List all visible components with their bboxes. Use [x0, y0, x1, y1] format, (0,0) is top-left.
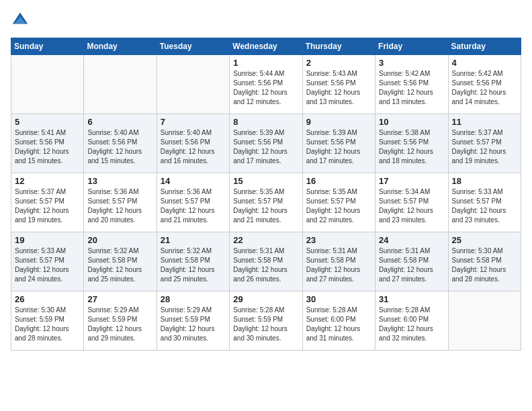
day-info: Sunrise: 5:41 AMSunset: 5:56 PMDaylight:…: [15, 128, 80, 166]
day-number: 27: [87, 294, 152, 304]
day-number: 20: [87, 235, 152, 245]
weekday-header: Wednesday: [230, 38, 302, 55]
day-info: Sunrise: 5:37 AMSunset: 5:57 PMDaylight:…: [452, 128, 517, 166]
logo: [11, 11, 32, 30]
calendar-day-cell: 25Sunrise: 5:30 AMSunset: 5:58 PMDayligh…: [448, 232, 521, 291]
calendar-day-cell: 4Sunrise: 5:42 AMSunset: 5:56 PMDaylight…: [448, 55, 521, 114]
calendar-day-cell: 20Sunrise: 5:32 AMSunset: 5:58 PMDayligh…: [84, 232, 157, 291]
calendar-day-cell: 10Sunrise: 5:38 AMSunset: 5:56 PMDayligh…: [375, 114, 448, 173]
calendar-day-cell: [84, 55, 157, 114]
calendar-header: SundayMondayTuesdayWednesdayThursdayFrid…: [11, 38, 521, 55]
calendar-day-cell: 29Sunrise: 5:28 AMSunset: 5:59 PMDayligh…: [230, 291, 302, 351]
day-number: 3: [379, 58, 444, 68]
day-info: Sunrise: 5:32 AMSunset: 5:58 PMDaylight:…: [161, 246, 226, 284]
day-number: 30: [306, 294, 371, 304]
day-number: 15: [233, 176, 298, 186]
day-info: Sunrise: 5:29 AMSunset: 5:59 PMDaylight:…: [87, 306, 152, 343]
day-number: 10: [379, 117, 444, 127]
calendar-day-cell: 27Sunrise: 5:29 AMSunset: 5:59 PMDayligh…: [84, 291, 157, 351]
day-info: Sunrise: 5:42 AMSunset: 5:56 PMDaylight:…: [452, 69, 517, 107]
day-number: 19: [15, 235, 80, 245]
calendar-day-cell: [11, 55, 84, 114]
calendar-day-cell: 17Sunrise: 5:34 AMSunset: 5:57 PMDayligh…: [375, 173, 448, 232]
day-info: Sunrise: 5:35 AMSunset: 5:57 PMDaylight:…: [306, 187, 371, 225]
calendar-day-cell: 1Sunrise: 5:44 AMSunset: 5:56 PMDaylight…: [230, 55, 302, 114]
day-info: Sunrise: 5:36 AMSunset: 5:57 PMDaylight:…: [161, 187, 226, 225]
day-info: Sunrise: 5:33 AMSunset: 5:57 PMDaylight:…: [15, 246, 80, 284]
calendar-day-cell: 14Sunrise: 5:36 AMSunset: 5:57 PMDayligh…: [157, 173, 229, 232]
day-info: Sunrise: 5:37 AMSunset: 5:57 PMDaylight:…: [15, 187, 80, 225]
day-number: 9: [306, 117, 371, 127]
calendar-day-cell: 22Sunrise: 5:31 AMSunset: 5:58 PMDayligh…: [230, 232, 302, 291]
day-number: 26: [15, 294, 80, 304]
calendar-day-cell: [157, 55, 229, 114]
calendar-day-cell: 21Sunrise: 5:32 AMSunset: 5:58 PMDayligh…: [157, 232, 229, 291]
day-info: Sunrise: 5:32 AMSunset: 5:58 PMDaylight:…: [87, 246, 152, 284]
day-info: Sunrise: 5:31 AMSunset: 5:58 PMDaylight:…: [233, 246, 298, 284]
day-number: 31: [379, 294, 444, 304]
calendar-week-row: 1Sunrise: 5:44 AMSunset: 5:56 PMDaylight…: [11, 55, 521, 114]
day-number: 6: [87, 117, 152, 127]
day-info: Sunrise: 5:28 AMSunset: 6:00 PMDaylight:…: [306, 306, 371, 343]
day-info: Sunrise: 5:29 AMSunset: 5:59 PMDaylight:…: [161, 306, 226, 343]
weekday-header: Monday: [84, 38, 157, 55]
calendar-week-row: 19Sunrise: 5:33 AMSunset: 5:57 PMDayligh…: [11, 232, 521, 291]
day-info: Sunrise: 5:39 AMSunset: 5:56 PMDaylight:…: [306, 128, 371, 166]
calendar-week-row: 26Sunrise: 5:30 AMSunset: 5:59 PMDayligh…: [11, 291, 521, 351]
calendar-day-cell: 9Sunrise: 5:39 AMSunset: 5:56 PMDaylight…: [302, 114, 375, 173]
logo-icon: [11, 11, 30, 30]
day-info: Sunrise: 5:40 AMSunset: 5:56 PMDaylight:…: [161, 128, 226, 166]
weekday-header: Friday: [375, 38, 448, 55]
calendar-day-cell: 15Sunrise: 5:35 AMSunset: 5:57 PMDayligh…: [230, 173, 302, 232]
day-number: 29: [233, 294, 298, 304]
calendar-day-cell: 7Sunrise: 5:40 AMSunset: 5:56 PMDaylight…: [157, 114, 229, 173]
calendar-day-cell: 31Sunrise: 5:28 AMSunset: 6:00 PMDayligh…: [375, 291, 448, 351]
day-number: 4: [452, 58, 517, 68]
calendar-day-cell: [448, 291, 521, 351]
calendar-week-row: 12Sunrise: 5:37 AMSunset: 5:57 PMDayligh…: [11, 173, 521, 232]
calendar-day-cell: 23Sunrise: 5:31 AMSunset: 5:58 PMDayligh…: [302, 232, 375, 291]
day-info: Sunrise: 5:31 AMSunset: 5:58 PMDaylight:…: [306, 246, 371, 284]
day-number: 14: [161, 176, 226, 186]
day-info: Sunrise: 5:40 AMSunset: 5:56 PMDaylight:…: [87, 128, 152, 166]
calendar-day-cell: 28Sunrise: 5:29 AMSunset: 5:59 PMDayligh…: [157, 291, 229, 351]
calendar-day-cell: 19Sunrise: 5:33 AMSunset: 5:57 PMDayligh…: [11, 232, 84, 291]
calendar-week-row: 5Sunrise: 5:41 AMSunset: 5:56 PMDaylight…: [11, 114, 521, 173]
weekday-header: Sunday: [11, 38, 84, 55]
calendar-day-cell: 16Sunrise: 5:35 AMSunset: 5:57 PMDayligh…: [302, 173, 375, 232]
day-number: 13: [87, 176, 152, 186]
day-number: 24: [379, 235, 444, 245]
day-number: 28: [161, 294, 226, 304]
calendar-body: 1Sunrise: 5:44 AMSunset: 5:56 PMDaylight…: [11, 55, 521, 351]
calendar-day-cell: 6Sunrise: 5:40 AMSunset: 5:56 PMDaylight…: [84, 114, 157, 173]
page-header: [11, 11, 521, 30]
calendar-day-cell: 11Sunrise: 5:37 AMSunset: 5:57 PMDayligh…: [448, 114, 521, 173]
day-number: 11: [452, 117, 517, 127]
day-info: Sunrise: 5:42 AMSunset: 5:56 PMDaylight:…: [379, 69, 444, 107]
day-number: 1: [233, 58, 298, 68]
calendar-day-cell: 12Sunrise: 5:37 AMSunset: 5:57 PMDayligh…: [11, 173, 84, 232]
day-info: Sunrise: 5:36 AMSunset: 5:57 PMDaylight:…: [87, 187, 152, 225]
calendar-day-cell: 8Sunrise: 5:39 AMSunset: 5:56 PMDaylight…: [230, 114, 302, 173]
day-info: Sunrise: 5:30 AMSunset: 5:59 PMDaylight:…: [15, 306, 80, 343]
day-number: 8: [233, 117, 298, 127]
day-number: 7: [161, 117, 226, 127]
calendar-day-cell: 5Sunrise: 5:41 AMSunset: 5:56 PMDaylight…: [11, 114, 84, 173]
day-info: Sunrise: 5:39 AMSunset: 5:56 PMDaylight:…: [233, 128, 298, 166]
weekday-header-row: SundayMondayTuesdayWednesdayThursdayFrid…: [11, 38, 521, 55]
calendar-day-cell: 26Sunrise: 5:30 AMSunset: 5:59 PMDayligh…: [11, 291, 84, 351]
calendar-day-cell: 18Sunrise: 5:33 AMSunset: 5:57 PMDayligh…: [448, 173, 521, 232]
calendar-day-cell: 24Sunrise: 5:31 AMSunset: 5:58 PMDayligh…: [375, 232, 448, 291]
day-number: 21: [161, 235, 226, 245]
day-info: Sunrise: 5:31 AMSunset: 5:58 PMDaylight:…: [379, 246, 444, 284]
day-info: Sunrise: 5:30 AMSunset: 5:58 PMDaylight:…: [452, 246, 517, 284]
calendar-day-cell: 2Sunrise: 5:43 AMSunset: 5:56 PMDaylight…: [302, 55, 375, 114]
weekday-header: Saturday: [448, 38, 521, 55]
day-number: 2: [306, 58, 371, 68]
day-info: Sunrise: 5:33 AMSunset: 5:57 PMDaylight:…: [452, 187, 517, 225]
day-info: Sunrise: 5:28 AMSunset: 6:00 PMDaylight:…: [379, 306, 444, 343]
day-number: 23: [306, 235, 371, 245]
day-info: Sunrise: 5:44 AMSunset: 5:56 PMDaylight:…: [233, 69, 298, 107]
calendar-day-cell: 3Sunrise: 5:42 AMSunset: 5:56 PMDaylight…: [375, 55, 448, 114]
day-info: Sunrise: 5:28 AMSunset: 5:59 PMDaylight:…: [233, 306, 298, 343]
